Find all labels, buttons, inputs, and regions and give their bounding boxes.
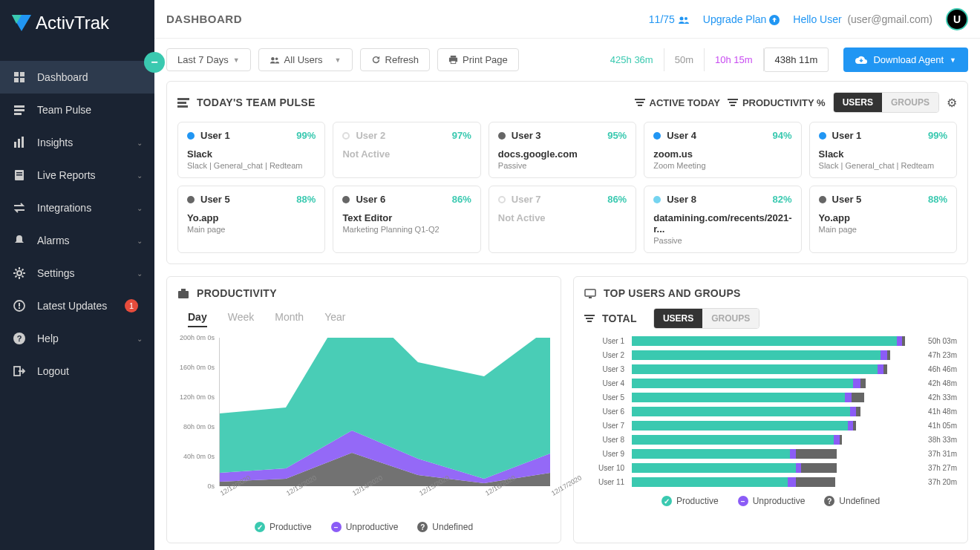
sidebar-item-team-pulse[interactable]: Team Pulse xyxy=(0,94,154,126)
gear-icon[interactable]: ⚙ xyxy=(947,96,957,110)
users-groups-toggle[interactable]: USERSGROUPS xyxy=(653,308,760,329)
svg-rect-14 xyxy=(16,174,22,176)
svg-rect-33 xyxy=(177,105,188,108)
status-dot xyxy=(342,196,350,203)
pulse-icon xyxy=(12,102,27,117)
sidebar-item-logout[interactable]: Logout xyxy=(0,355,154,387)
pulse-card[interactable]: User 297%Not Active xyxy=(333,122,480,178)
header: DASHBOARD 11/75 Upgrade Plan Hello User … xyxy=(154,0,980,39)
tab-day[interactable]: Day xyxy=(188,308,207,327)
bar-row[interactable]: User 838h 33m xyxy=(584,435,957,445)
svg-rect-5 xyxy=(20,78,24,82)
svg-rect-32 xyxy=(177,102,186,104)
bell-icon xyxy=(12,233,27,248)
doc-icon xyxy=(12,168,27,183)
sidebar-item-latest-updates[interactable]: Latest Updates1 xyxy=(0,289,154,322)
sidebar-item-settings[interactable]: Settings⌄ xyxy=(0,257,154,289)
users-groups-toggle[interactable]: USERSGROUPS xyxy=(833,92,939,113)
bar-row[interactable]: User 641h 48m xyxy=(584,407,957,416)
license-count[interactable]: 11/75 xyxy=(649,13,690,25)
svg-point-25 xyxy=(271,57,274,60)
chevron-down-icon: ⌄ xyxy=(137,335,143,343)
top-users-panel: TOP USERS AND GROUPS TOTAL USERSGROUPS U… xyxy=(573,276,968,543)
pulse-card[interactable]: User 494%zoom.usZoom Meeting xyxy=(644,122,801,178)
bar-row[interactable]: User 346h 46m xyxy=(584,364,957,374)
bar-icon xyxy=(12,135,27,150)
productivity-legend: ✓Productive−Unproductive?Undefined xyxy=(177,522,550,532)
svg-rect-17 xyxy=(19,303,20,307)
active-today-sort[interactable]: ACTIVE TODAY xyxy=(635,97,720,108)
pulse-card[interactable]: User 588%Yo.appMain page xyxy=(809,186,957,253)
alert-icon xyxy=(12,298,27,313)
svg-rect-11 xyxy=(22,137,24,148)
sidebar-item-live-reports[interactable]: Live Reports⌄ xyxy=(0,159,154,191)
avatar[interactable]: U xyxy=(946,8,968,30)
legend-item: ?Undefined xyxy=(824,496,880,506)
user-greeting: Hello User (user@gmail.com) xyxy=(793,13,932,25)
list-icon xyxy=(177,97,189,108)
pulse-card[interactable]: User 882%datamining.com/recents/2021-r..… xyxy=(644,186,801,253)
users-filter-select[interactable]: All Users▼ xyxy=(258,48,353,71)
bar-row[interactable]: User 1137h 20m xyxy=(584,477,957,487)
svg-rect-35 xyxy=(636,102,644,103)
pulse-card[interactable]: User 686%Text EditorMarketing Planning Q… xyxy=(333,186,480,253)
bar-row[interactable]: User 442h 48m xyxy=(584,379,957,388)
sidebar-item-integrations[interactable]: Integrations⌄ xyxy=(0,191,154,224)
upgrade-plan-link[interactable]: Upgrade Plan xyxy=(703,13,780,25)
productivity-tabs: DayWeekMonthYear xyxy=(177,308,550,327)
status-dot xyxy=(653,196,661,203)
legend-item: ✓Productive xyxy=(255,522,312,532)
time-stat: 50m xyxy=(664,48,705,71)
sidebar-item-help[interactable]: ?Help⌄ xyxy=(0,322,154,355)
refresh-icon xyxy=(371,55,381,65)
svg-rect-42 xyxy=(585,289,595,296)
panel-title: TOP USERS AND GROUPS xyxy=(604,287,741,299)
pulse-card[interactable]: User 199%SlackSlack | General_chat | Red… xyxy=(809,122,957,178)
monitor-icon xyxy=(584,289,596,298)
logo[interactable]: ActivTrak xyxy=(0,0,154,46)
print-icon xyxy=(448,55,458,65)
sidebar-item-alarms[interactable]: Alarms⌄ xyxy=(0,224,154,257)
bar-row[interactable]: User 542h 33m xyxy=(584,393,957,402)
svg-point-22 xyxy=(679,16,683,20)
svg-rect-44 xyxy=(584,315,595,316)
pulse-card[interactable]: User 588%Yo.appMain page xyxy=(177,186,325,253)
bar-row[interactable]: User 741h 05m xyxy=(584,421,957,430)
sort-icon xyxy=(728,98,738,107)
download-agent-button[interactable]: Download Agent▼ xyxy=(843,48,968,72)
tab-year[interactable]: Year xyxy=(324,308,345,327)
panel-title: PRODUCTIVITY xyxy=(197,287,277,299)
tab-month[interactable]: Month xyxy=(275,308,304,327)
svg-rect-34 xyxy=(635,99,645,100)
sidebar-item-insights[interactable]: Insights⌄ xyxy=(0,126,154,159)
main: DASHBOARD 11/75 Upgrade Plan Hello User … xyxy=(154,0,980,550)
sidebar-item-dashboard[interactable]: Dashboard xyxy=(0,61,154,94)
chevron-down-icon: ⌄ xyxy=(137,204,143,212)
bar-row[interactable]: User 247h 23m xyxy=(584,350,957,360)
swap-icon xyxy=(12,200,27,215)
gear-icon xyxy=(12,266,27,281)
bar-row[interactable]: User 937h 31m xyxy=(584,449,957,459)
team-pulse-panel: TODAY'S TEAM PULSE ACTIVE TODAY PRODUCTI… xyxy=(166,81,968,264)
refresh-button[interactable]: Refresh xyxy=(360,48,431,71)
cloud-download-icon xyxy=(855,55,867,65)
bar-row[interactable]: User 150h 03m xyxy=(584,336,957,346)
pulse-card[interactable]: User 199%SlackSlack | General_chat | Red… xyxy=(177,122,325,178)
tab-week[interactable]: Week xyxy=(228,308,255,327)
svg-rect-18 xyxy=(19,307,20,309)
legend-item: −Unproductive xyxy=(738,496,806,506)
pulse-card[interactable]: User 786%Not Active xyxy=(489,186,636,253)
bar-row[interactable]: User 1037h 27m xyxy=(584,463,957,473)
collapse-sidebar-button[interactable]: − xyxy=(144,52,165,73)
chevron-down-icon: ⌄ xyxy=(137,237,143,245)
dashboard-icon xyxy=(12,70,27,85)
svg-rect-7 xyxy=(14,109,24,111)
date-range-select[interactable]: Last 7 Days▼ xyxy=(166,48,251,71)
productivity-pct-sort[interactable]: PRODUCTIVITY % xyxy=(728,97,826,108)
nav: DashboardTeam PulseInsights⌄Live Reports… xyxy=(0,46,154,387)
page-title: DASHBOARD xyxy=(166,13,242,25)
svg-rect-30 xyxy=(451,61,456,63)
svg-text:?: ? xyxy=(17,334,22,343)
print-button[interactable]: Print Page xyxy=(437,48,519,71)
pulse-card[interactable]: User 395%docs.google.comPassive xyxy=(489,122,636,178)
